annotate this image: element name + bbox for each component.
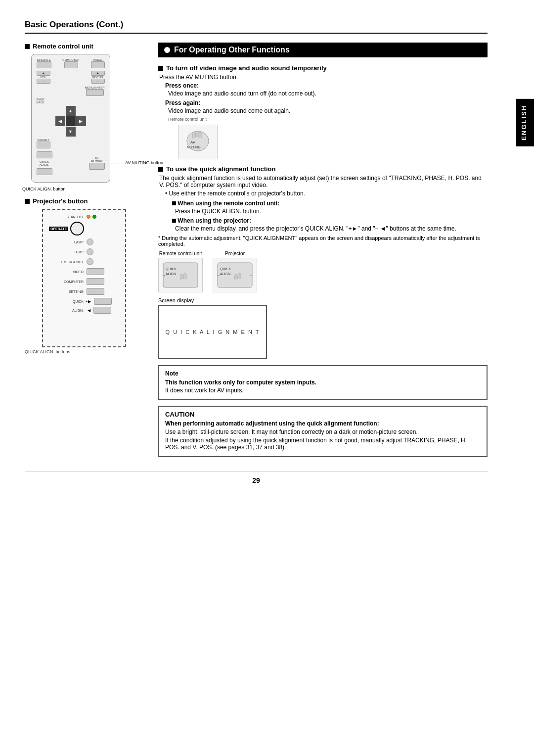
remote-sub-title: When using the remote control unit: (172, 200, 488, 207)
svg-text:ALIGN: ALIGN (166, 272, 176, 276)
remote-sub-section: When using the remote control unit: Pres… (165, 200, 488, 215)
press-once-label: Press once: (165, 82, 488, 89)
av-muting-img: AV MUTING (178, 125, 218, 159)
focus-minus-btn: – (91, 79, 105, 84)
computer-proj-btn (87, 278, 104, 285)
projector-diagram: STAND BY OPERATE (42, 209, 126, 347)
svg-text:ALIGN.: ALIGN. (220, 272, 231, 276)
page-back-row: PAGE BACK (37, 98, 105, 104)
temp-row: TEMP (49, 248, 119, 255)
projector-sub-title: When using the projector: (172, 217, 488, 224)
remote-section: Remote control unit OPERATE (25, 43, 143, 183)
av-group: AV MUTING (89, 157, 105, 170)
screen-box: Q U I C K A L I G N M E N T (158, 305, 267, 359)
quick-align-title: To use the quick alignment function (158, 165, 488, 173)
note-title: Note (165, 370, 481, 377)
bullet-circle-icon (164, 47, 170, 53)
menu-btn (86, 89, 104, 96)
focus-group: + FOCUS – (91, 71, 105, 84)
bottom-row: QUICK ALIGN. AV MUTING (37, 151, 105, 175)
projector-align-box: QUICK ALIGN. → ← (213, 258, 257, 292)
nav-cross: ▲ ◀ ▶ ▼ (55, 106, 86, 137)
operate-group: OPERATE (37, 58, 51, 68)
projector-sub-text: Clear the menu display, and press the pr… (175, 225, 488, 232)
align-btn (37, 168, 52, 175)
computer-proj-row: COMPUTER (49, 278, 119, 285)
black-square-icon (25, 44, 30, 49)
preset-group: PRESET (37, 139, 50, 148)
av-remote-label: Remote control unit (168, 117, 488, 122)
projector-sub-section: When using the projector: Clear the menu… (165, 217, 488, 232)
av-muting-desc: Press the AV MUTING button. (158, 74, 488, 81)
caution-text2: If the condition adjusted by using the q… (165, 437, 481, 451)
main-content: Basic Operations (Cont.) Remote control … (25, 20, 509, 484)
quick-align-plus-row: QUICK +▶ (49, 298, 119, 305)
page-title: Basic Operations (Cont.) (25, 20, 488, 30)
small-black-square-1 (172, 201, 176, 205)
quick-align-label: QUICK ALIGN. button (22, 187, 66, 191)
bottom-left: QUICK ALIGN. (37, 151, 52, 175)
quick-plus-btn (94, 298, 112, 305)
projector-align-svg: QUICK ALIGN. (215, 260, 255, 290)
svg-text:QUICK: QUICK (166, 267, 177, 271)
page-number: 29 (25, 471, 488, 484)
nav-down-btn: ▼ (66, 127, 76, 137)
nav-center-btn (66, 116, 76, 126)
black-square-icon-2 (25, 199, 30, 204)
page-group: PAGE BACK (37, 98, 44, 104)
computer-btn (64, 61, 78, 68)
english-tab: ENGLISH (516, 99, 534, 146)
operate-circle-btn (70, 222, 84, 236)
lamp-row: LAMP (49, 238, 119, 245)
standby-orange-dot (87, 215, 90, 219)
small-black-square-2 (172, 219, 176, 223)
projector-section: Projector's button STAND BY (25, 197, 143, 354)
svg-text:MUTING: MUTING (187, 145, 201, 149)
align-left-btn (37, 151, 52, 158)
av-muting-label: AV MUTING button (125, 160, 163, 165)
video-btn (91, 61, 105, 68)
temp-indicator (87, 248, 93, 255)
press-again-text: Video image and audio sound come out aga… (168, 107, 488, 114)
page-header: Basic Operations (Cont.) (25, 20, 488, 34)
menu-row: MENU/ENTER (37, 86, 105, 96)
projector-section-title: Projector's button (25, 197, 143, 205)
quick-minus-btn (93, 307, 111, 314)
note-box: Note This function works only for comput… (158, 365, 488, 400)
function-header-text: For Operating Other Functions (174, 46, 290, 54)
preset-btn (37, 142, 50, 148)
projector-align-label: Projector (213, 251, 257, 256)
quick-align-proj-section: QUICK +▶ ALIGN. –◀ (49, 298, 119, 314)
av-muting-section: To turn off video image and audio sound … (158, 64, 488, 159)
standby-green-dot (92, 215, 96, 219)
operate-row: OPERATE (49, 222, 119, 236)
quick-align-desc: The quick alignment function is used to … (158, 175, 488, 189)
vol-minus-btn: – (37, 79, 50, 84)
svg-text:QUICK: QUICK (220, 267, 231, 271)
remote-diagram-container: OPERATE COMPUTER VIDEO (25, 54, 116, 183)
setting-btn (87, 288, 104, 295)
screen-display-label: Screen display (158, 297, 488, 303)
vol-plus-btn: + (37, 71, 50, 76)
emergency-indicator (87, 258, 93, 265)
nav-left-btn: ◀ (55, 116, 65, 126)
remote-section-title: Remote control unit (25, 43, 143, 50)
black-square-icon-4 (158, 167, 163, 172)
computer-group: COMPUTER (62, 58, 79, 68)
two-col-layout: Remote control unit OPERATE (25, 43, 488, 461)
right-column: For Operating Other Functions To turn of… (158, 43, 488, 461)
quick-group: QUICK ALIGN. (40, 160, 49, 166)
menu-group: MENU/ENTER (85, 86, 105, 96)
remote-align-box: QUICK ALIGN → (158, 258, 203, 292)
remote-top-row: OPERATE COMPUTER VIDEO (37, 58, 105, 68)
operate-label: OPERATE (49, 227, 68, 231)
caution-bold-text: When performing automatic adjustment usi… (165, 420, 481, 427)
quick-align-minus-row: ALIGN. –◀ (49, 307, 119, 314)
remote-align-label: Remote control unit (158, 251, 203, 256)
black-square-icon-3 (158, 66, 163, 71)
operate-btn (37, 61, 51, 68)
lamp-indicator (87, 238, 93, 245)
emergency-row: EMERGENCY (49, 258, 119, 265)
quick-align-images: Remote control unit QUICK ALIGN → (158, 251, 488, 292)
function-header: For Operating Other Functions (158, 43, 488, 57)
